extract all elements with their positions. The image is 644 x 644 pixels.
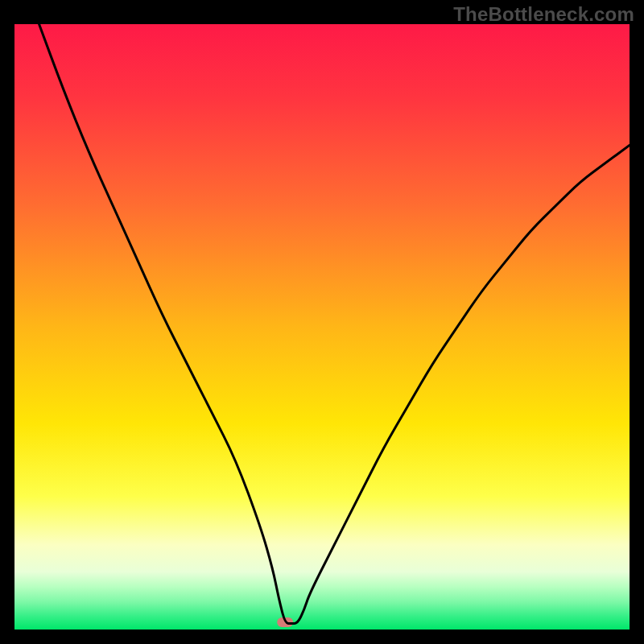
chart-frame: TheBottleneck.com — [0, 0, 644, 644]
watermark-text: TheBottleneck.com — [453, 3, 634, 26]
chart-plot — [14, 24, 630, 630]
chart-background — [14, 24, 630, 630]
